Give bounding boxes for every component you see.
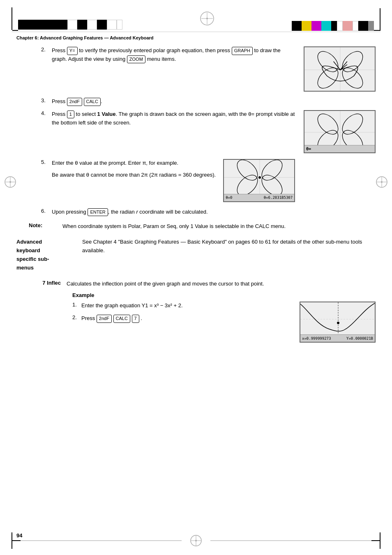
inflec-step-2-num: 2.: [72, 314, 81, 323]
graph-image-1: [304, 46, 376, 92]
step-2-num: 2.: [41, 46, 52, 53]
step-6-num: 6.: [41, 208, 52, 216]
theta-prompt: θ=: [306, 147, 311, 151]
graph3-left-label: θ=0: [226, 196, 232, 200]
chapter-header: Chapter 6: Advanced Graphing Features — …: [0, 32, 392, 44]
step3-calc-key[interactable]: CALC: [84, 98, 101, 106]
step4-1-key[interactable]: 1: [67, 111, 74, 119]
inflec-2ndf-key[interactable]: 2ndF: [97, 315, 112, 323]
svg-point-29: [233, 171, 261, 196]
center-compass: [122, 6, 292, 31]
inflec-step-1: 1. Enter the graph equation Y1 = x³ − 3x…: [72, 302, 293, 310]
y-equals-key[interactable]: Y=: [67, 47, 78, 55]
step-3-content: Press 2ndF CALC.: [52, 97, 102, 106]
svg-point-38: [195, 540, 197, 541]
inflec-number: 7 Inflec: [33, 280, 67, 288]
svg-point-27: [233, 160, 261, 184]
svg-point-26: [258, 160, 286, 184]
step-4-num: 4.: [41, 110, 52, 116]
step-4: 4. Press 1 to select 1 Value. The graph …: [41, 110, 376, 153]
svg-point-7: [9, 181, 11, 183]
note-row: Note: When coordinate system is Polar, P…: [29, 222, 376, 231]
graph-key[interactable]: GRAPH: [232, 47, 253, 55]
step-6-content: Upon pressing ENTER, the radian r coordi…: [52, 208, 208, 216]
svg-point-28: [258, 171, 286, 196]
example-label: Example: [72, 292, 376, 298]
step-6: 6. Upon pressing ENTER, the radian r coo…: [41, 208, 376, 216]
advanced-keyboard-content: See Chapter 4 "Basic Graphing Features —…: [82, 238, 376, 272]
graph4-right-label: Y=0.0000021B: [346, 336, 373, 341]
note-content: When coordinate system is Polar, Param o…: [62, 222, 286, 231]
step3-2ndf-key[interactable]: 2ndF: [67, 98, 82, 106]
inflec-7-key[interactable]: 7: [132, 315, 139, 323]
svg-point-30: [258, 176, 261, 179]
inflec-calc-key[interactable]: CALC: [113, 315, 130, 323]
graph-image-4: x=0.999999273 Y=0.0000021B: [300, 302, 376, 343]
step-3-num: 3.: [41, 97, 52, 106]
right-decoration: [292, 6, 380, 31]
zoom-key[interactable]: ZOOM: [127, 55, 145, 64]
left-side-compass: [4, 176, 16, 189]
advanced-keyboard-section: Advanced keyboard specific sub- menus Se…: [16, 238, 376, 272]
step-5-content: Enter the θ value at the prompt. Enter π…: [52, 159, 216, 180]
step-3: 3. Press 2ndF CALC.: [41, 97, 376, 106]
step-2: 2. Press Y= to verify the previously ent…: [41, 46, 376, 92]
graph3-right-label: θ=6.2831B5307: [264, 196, 293, 200]
inflec-section: 7 Inflec Calculates the inflection point…: [33, 280, 376, 343]
step-5-num: 5.: [41, 159, 52, 165]
svg-point-3: [206, 18, 208, 19]
step-4-content: Press 1 to select 1 Value. The graph is …: [52, 110, 296, 127]
inflec-step-1-num: 1.: [72, 302, 81, 310]
graph4-left-label: x=0.999999273: [302, 336, 331, 341]
advanced-keyboard-label: Advanced keyboard specific sub- menus: [16, 238, 82, 272]
svg-point-11: [381, 181, 383, 183]
graph-image-3: θ=0 θ=6.2831B5307: [223, 159, 295, 202]
right-side-compass: [376, 176, 388, 189]
graph-image-2: θ=: [304, 110, 376, 153]
bottom-decoration: [0, 532, 392, 549]
inflec-step-2-content: Press 2ndF CALC 7 .: [81, 314, 142, 323]
inflec-step-1-content: Enter the graph equation Y1 = x³ − 3x² +…: [81, 302, 183, 310]
step-2-content: Press Y= to verify the previously entere…: [52, 46, 296, 64]
step-5: 5. Enter the θ value at the prompt. Ente…: [41, 159, 376, 202]
enter-key[interactable]: ENTER: [88, 208, 108, 216]
left-decoration: [12, 6, 122, 31]
inflec-step-2: 2. Press 2ndF CALC 7 .: [72, 314, 293, 323]
note-label: Note:: [29, 222, 62, 231]
inflec-description: Calculates the inflection point of the g…: [67, 280, 264, 288]
